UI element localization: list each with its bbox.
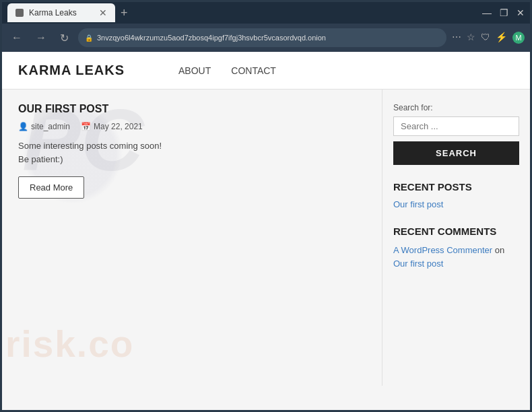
nav-about[interactable]: ABOUT xyxy=(178,65,211,76)
page-content: KARMA LEAKS ABOUT CONTACT PC risk.co OUR… xyxy=(2,52,530,410)
tab-title: Karma Leaks xyxy=(29,8,77,18)
restore-button[interactable]: ❐ xyxy=(500,7,508,18)
lock-icon: 🔒 xyxy=(85,34,93,42)
post-title: OUR FIRST POST xyxy=(18,103,366,115)
post-date: 📅 May 22, 2021 xyxy=(81,122,143,131)
content-area: PC risk.co OUR FIRST POST 👤 site_admin 📅… xyxy=(2,90,382,386)
main-layout: PC risk.co OUR FIRST POST 👤 site_admin 📅… xyxy=(2,90,530,386)
url-text: 3nvzqyo6l4wkrzumzu5aod7zbosq4ipgf7ifgj3h… xyxy=(97,34,326,42)
recent-post-link[interactable]: Our first post xyxy=(393,199,519,209)
site-header: KARMA LEAKS ABOUT CONTACT xyxy=(2,52,530,90)
address-bar[interactable]: 🔒 3nvzqyo6l4wkrzumzu5aod7zbosq4ipgf7ifgj… xyxy=(78,28,446,47)
tab-close-button[interactable]: ✕ xyxy=(99,7,107,18)
menu-dots-icon[interactable]: ⋯ xyxy=(452,32,461,44)
new-tab-button[interactable]: + xyxy=(121,6,128,20)
sidebar-search-section: Search for: SEARCH xyxy=(393,103,519,165)
minimize-button[interactable]: — xyxy=(482,7,492,18)
recent-comment: A WordPress Commenter on Our first post xyxy=(393,244,519,270)
commenter-link[interactable]: A WordPress Commenter xyxy=(393,245,492,255)
browser-window: Karma Leaks ✕ + — ❐ ✕ ← → ↻ 🔒 3nvzqyo6l4… xyxy=(0,0,532,412)
search-input[interactable] xyxy=(393,116,519,136)
back-button[interactable]: ← xyxy=(7,29,26,46)
refresh-button[interactable]: ↻ xyxy=(56,29,73,47)
post-author: 👤 site_admin xyxy=(18,122,70,131)
lightning-icon: ⚡ xyxy=(496,32,507,44)
nav-bar: ← → ↻ 🔒 3nvzqyo6l4wkrzumzu5aod7zbosq4ipg… xyxy=(2,24,530,52)
user-icon: 👤 xyxy=(18,122,28,131)
window-controls: — ❐ ✕ xyxy=(482,7,525,18)
nav-icons-right: ⋯ ☆ 🛡 ⚡ M xyxy=(452,32,525,44)
nav-contact[interactable]: CONTACT xyxy=(231,65,276,76)
recent-posts-heading: RECENT POSTS xyxy=(393,181,519,193)
forward-button[interactable]: → xyxy=(32,29,51,46)
title-bar: Karma Leaks ✕ + — ❐ ✕ xyxy=(2,2,530,24)
comment-on-text: on xyxy=(495,245,504,255)
post-excerpt: Some interesting posts coming soon! Be p… xyxy=(18,139,366,166)
recent-posts-section: RECENT POSTS Our first post xyxy=(393,181,519,209)
bookmark-icon[interactable]: ☆ xyxy=(467,32,475,44)
browser-tab[interactable]: Karma Leaks ✕ xyxy=(7,3,115,22)
calendar-icon: 📅 xyxy=(81,122,91,131)
watermark-risk-text: risk.co xyxy=(5,322,134,366)
comment-post-link[interactable]: Our first post xyxy=(393,259,443,269)
sidebar: Search for: SEARCH RECENT POSTS Our firs… xyxy=(382,90,530,386)
site-nav: ABOUT CONTACT xyxy=(178,65,276,76)
read-more-button[interactable]: Read More xyxy=(18,176,84,199)
blog-post: OUR FIRST POST 👤 site_admin 📅 May 22, 20… xyxy=(18,103,366,199)
post-meta: 👤 site_admin 📅 May 22, 2021 xyxy=(18,122,366,131)
search-button[interactable]: SEARCH xyxy=(393,141,519,165)
tab-favicon xyxy=(15,9,24,17)
recent-comments-heading: RECENT COMMENTS xyxy=(393,226,519,237)
recent-comments-section: RECENT COMMENTS A WordPress Commenter on… xyxy=(393,226,519,270)
close-button[interactable]: ✕ xyxy=(517,7,525,18)
site-title: KARMA LEAKS xyxy=(18,63,125,78)
search-label: Search for: xyxy=(393,103,519,112)
shield-icon: 🛡 xyxy=(481,32,490,44)
profile-icon[interactable]: M xyxy=(512,32,525,44)
